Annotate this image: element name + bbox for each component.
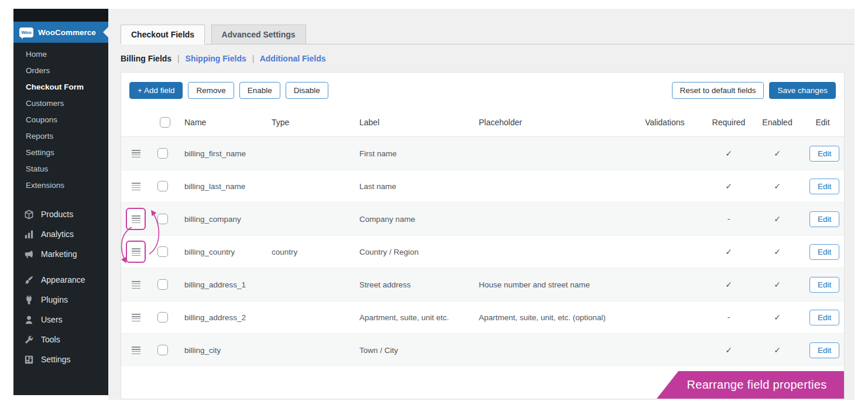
- drag-handle-icon: [132, 347, 140, 354]
- drag-handle-highlighted[interactable]: [126, 241, 146, 263]
- subnav-shipping-fields[interactable]: Shipping Fields: [186, 54, 246, 63]
- subnav-separator: |: [177, 54, 180, 63]
- woocommerce-submenu: Home Orders Checkout Form Customers Coup…: [13, 43, 108, 198]
- required-check: ✓: [704, 149, 753, 158]
- users-icon: [23, 314, 35, 325]
- row-checkbox[interactable]: [157, 181, 168, 191]
- field-name: billing_company: [175, 215, 266, 224]
- field-name: billing_address_2: [175, 313, 266, 322]
- field-name: billing_last_name: [175, 182, 266, 191]
- edit-button[interactable]: Edit: [809, 244, 839, 260]
- fields-table: Name Type Label Placeholder Validations …: [121, 108, 844, 366]
- enabled-check: ✓: [753, 280, 801, 289]
- row-checkbox[interactable]: [157, 279, 168, 290]
- edit-button[interactable]: Edit: [809, 277, 839, 293]
- required-dash: -: [704, 214, 753, 224]
- reset-default-fields-button[interactable]: Reset to default fields: [672, 82, 764, 99]
- banner-text: Rearrange field properties: [687, 378, 826, 392]
- edit-button[interactable]: Edit: [809, 211, 839, 227]
- woocommerce-admin-page: Woo WooCommerce Home Orders Checkout For…: [0, 0, 868, 408]
- field-label: Town / City: [354, 346, 474, 355]
- sidebar-item-customers[interactable]: Customers: [13, 95, 108, 112]
- required-check: ✓: [704, 181, 753, 191]
- table-row: billing_address_1 Street address House n…: [121, 268, 844, 301]
- column-header-edit: Edit: [801, 118, 844, 127]
- add-field-button[interactable]: + Add field: [129, 82, 183, 99]
- drag-handle[interactable]: [126, 306, 146, 328]
- enable-button[interactable]: Enable: [239, 82, 280, 99]
- drag-handle[interactable]: [126, 273, 146, 296]
- field-label: Company name: [354, 215, 474, 224]
- sidebar-item-plugins[interactable]: Plugins: [13, 290, 108, 310]
- required-check: ✓: [704, 345, 753, 355]
- column-header-enabled: Enabled: [753, 118, 801, 127]
- drag-handle-icon: [132, 281, 140, 289]
- tab-checkout-fields[interactable]: Checkout Fields: [121, 25, 205, 44]
- sidebar-item-users[interactable]: Users: [13, 310, 108, 330]
- drag-handle[interactable]: [126, 175, 146, 197]
- admin-topbar: [13, 9, 108, 22]
- sidebar-item-extensions[interactable]: Extensions: [13, 177, 108, 194]
- field-placeholder: House number and street name: [474, 280, 640, 289]
- enabled-check: ✓: [753, 345, 801, 355]
- sidebar-item-orders[interactable]: Orders: [13, 63, 108, 79]
- sidebar-item-checkout-form[interactable]: Checkout Form: [13, 79, 108, 95]
- column-header-name: Name: [175, 118, 266, 127]
- row-checkbox[interactable]: [157, 312, 168, 323]
- enabled-check: ✓: [753, 247, 801, 256]
- field-name: billing_country: [175, 248, 266, 256]
- disable-button[interactable]: Disable: [286, 82, 328, 99]
- row-checkbox[interactable]: [157, 246, 168, 257]
- drag-handle[interactable]: [126, 142, 146, 164]
- tabs-bar: Checkout Fields Advanced Settings: [121, 25, 855, 44]
- active-menu-arrow-icon: [98, 27, 108, 37]
- subnav-billing-fields[interactable]: Billing Fields: [121, 54, 171, 63]
- row-checkbox[interactable]: [157, 214, 168, 224]
- table-row: billing_first_name First name ✓ ✓ Edit: [121, 137, 844, 170]
- table-row: billing_address_2 Apartment, suite, unit…: [121, 301, 844, 334]
- field-label: Street address: [354, 280, 474, 289]
- field-label: Apartment, suite, unit etc.: [354, 313, 474, 322]
- select-all-checkbox[interactable]: [160, 117, 170, 128]
- admin-sidebar: Woo WooCommerce Home Orders Checkout For…: [13, 9, 108, 395]
- edit-button[interactable]: Edit: [809, 179, 839, 194]
- sidebar-item-settings-general[interactable]: Settings: [13, 349, 108, 369]
- drag-handle-highlighted[interactable]: [126, 208, 146, 230]
- edit-button[interactable]: Edit: [809, 310, 839, 325]
- column-header-required: Required: [704, 118, 753, 127]
- sidebar-item-products[interactable]: Products: [13, 204, 108, 224]
- sidebar-item-analytics[interactable]: Analytics: [13, 224, 108, 244]
- sidebar-item-appearance[interactable]: Appearance: [13, 270, 108, 290]
- edit-button[interactable]: Edit: [809, 342, 839, 358]
- subnav-additional-fields[interactable]: Additional Fields: [260, 54, 326, 63]
- sidebar-item-status[interactable]: Status: [13, 161, 108, 177]
- enabled-check: ✓: [753, 149, 801, 158]
- sidebar-item-marketing[interactable]: Marketing: [13, 244, 108, 264]
- column-header-validations: Validations: [640, 118, 704, 127]
- menu-gap: [13, 264, 108, 270]
- admin-main-menu: Products Analytics Marketing Appearance …: [13, 198, 108, 369]
- column-header-type: Type: [266, 118, 354, 127]
- remove-button[interactable]: Remove: [188, 82, 234, 99]
- row-checkbox[interactable]: [157, 345, 168, 355]
- tab-advanced-settings[interactable]: Advanced Settings: [211, 25, 306, 44]
- sidebar-item-settings[interactable]: Settings: [13, 145, 108, 161]
- sidebar-item-woocommerce[interactable]: Woo WooCommerce: [13, 22, 108, 43]
- products-icon: [23, 209, 35, 220]
- row-checkbox[interactable]: [157, 148, 168, 159]
- plugins-icon: [23, 294, 35, 306]
- sidebar-item-coupons[interactable]: Coupons: [13, 112, 108, 128]
- edit-button[interactable]: Edit: [809, 146, 839, 162]
- sidebar-item-home[interactable]: Home: [13, 46, 108, 63]
- marketing-icon: [23, 249, 35, 260]
- fields-subnav: Billing Fields | Shipping Fields | Addit…: [121, 54, 855, 63]
- sidebar-item-reports[interactable]: Reports: [13, 128, 108, 145]
- fields-toolbar: + Add field Remove Enable Disable Reset …: [121, 73, 844, 108]
- sidebar-item-tools[interactable]: Tools: [13, 330, 108, 349]
- drag-handle-icon: [132, 183, 140, 190]
- enabled-check: ✓: [753, 181, 801, 191]
- field-label: First name: [354, 149, 474, 158]
- save-changes-button[interactable]: Save changes: [769, 82, 836, 99]
- drag-handle[interactable]: [126, 339, 146, 361]
- table-row: billing_last_name Last name ✓ ✓ Edit: [121, 170, 844, 203]
